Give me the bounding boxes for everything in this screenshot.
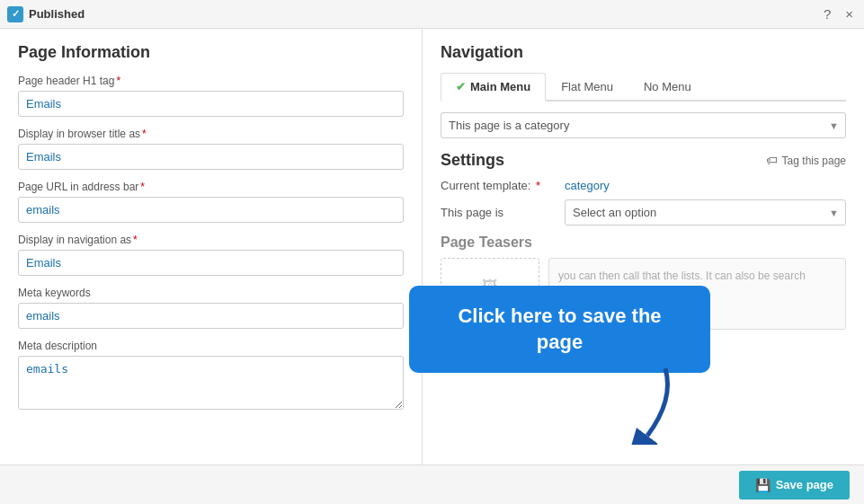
form-group-meta-keywords: Meta keywords [18, 287, 404, 329]
required-star-browser-title: * [142, 128, 147, 140]
required-star-nav-display: * [133, 234, 138, 246]
tab-no-menu[interactable]: No Menu [628, 73, 707, 100]
label-browser-title: Display in browser title as* [18, 128, 404, 140]
input-browser-title[interactable] [18, 144, 404, 170]
page-information-title: Page Information [18, 43, 404, 62]
required-star-template: * [536, 179, 540, 192]
close-button[interactable]: × [842, 4, 857, 23]
save-tooltip: Click here to save the page [409, 286, 710, 373]
help-button[interactable]: ? [820, 4, 834, 23]
category-select[interactable]: This page is a category [441, 112, 846, 138]
template-label: Current template: * [441, 179, 557, 192]
label-meta-description: Meta description [18, 340, 404, 352]
form-group-h1: Page header H1 tag* [18, 75, 404, 117]
form-group-browser-title: Display in browser title as* [18, 128, 404, 170]
main-content: Page Information Page header H1 tag* Dis… [0, 29, 864, 464]
published-icon: ✓ [7, 6, 23, 22]
input-meta-keywords[interactable] [18, 303, 404, 329]
save-page-button[interactable]: 💾 Save page [739, 471, 850, 500]
page-is-select-wrapper: Select an option [565, 199, 846, 225]
form-group-url: Page URL in address bar* [18, 181, 404, 223]
tab-flat-menu[interactable]: Flat Menu [546, 73, 628, 100]
check-icon: ✔ [456, 80, 466, 93]
title-bar-left: ✓ Published [7, 6, 85, 22]
settings-page-is-row: This page is Select an option [441, 199, 846, 225]
title-bar-actions: ? × [820, 4, 857, 23]
label-url: Page URL in address bar* [18, 181, 404, 193]
tag-icon: 🏷 [766, 154, 778, 167]
page-is-select[interactable]: Select an option [565, 199, 846, 225]
teasers-title: Page Teasers [441, 234, 846, 251]
form-group-meta-description: Meta description emails [18, 340, 404, 412]
window-title: Published [29, 7, 85, 21]
label-nav-display: Display in navigation as* [18, 234, 404, 246]
save-label: Save page [776, 478, 833, 491]
required-star-h1: * [116, 75, 120, 87]
navigation-title: Navigation [441, 43, 846, 62]
form-group-nav-display: Display in navigation as* [18, 234, 404, 276]
category-select-wrapper: This page is a category [441, 112, 846, 138]
settings-header: Settings 🏷 Tag this page [441, 151, 846, 170]
required-star-url: * [140, 181, 145, 193]
nav-tabs: ✔ Main Menu Flat Menu No Menu [441, 73, 846, 102]
settings-title: Settings [441, 151, 504, 170]
left-panel: Page Information Page header H1 tag* Dis… [0, 29, 423, 464]
textarea-meta-description[interactable]: emails [18, 356, 404, 410]
tag-this-page-button[interactable]: 🏷 Tag this page [766, 154, 846, 167]
tooltip-text: Click here to save the page [458, 305, 661, 353]
title-bar: ✓ Published ? × [0, 0, 864, 29]
settings-template-row: Current template: * category [441, 179, 846, 192]
footer: 💾 Save page [0, 464, 864, 504]
page-is-label: This page is [441, 206, 557, 219]
label-meta-keywords: Meta keywords [18, 287, 404, 299]
input-url[interactable] [18, 197, 404, 223]
tooltip-arrow-svg [620, 364, 683, 445]
input-nav-display[interactable] [18, 250, 404, 276]
label-h1: Page header H1 tag* [18, 75, 404, 87]
save-icon: 💾 [755, 478, 770, 492]
template-value: category [565, 179, 610, 192]
input-h1[interactable] [18, 91, 404, 117]
tab-main-menu[interactable]: ✔ Main Menu [441, 73, 546, 102]
